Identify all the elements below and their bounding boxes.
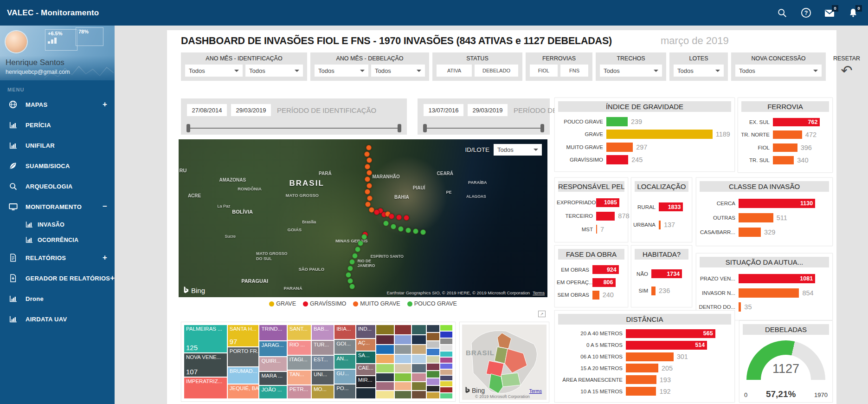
messages-icon[interactable]: 0 [824,7,835,19]
invasion-marker[interactable] [366,183,372,189]
treemap-cell-jarag[interactable]: JARAG... [259,341,286,356]
slider-handle-left[interactable] [423,124,427,132]
treemap-cell-nova-vene[interactable]: NOVA VENE...107 [184,353,227,377]
treemap-cell-itagi[interactable]: ITAGI... [288,356,311,370]
date-from-input[interactable]: 13/07/2016 [424,104,463,116]
treemap-cell[interactable] [440,381,452,386]
data-bar[interactable] [739,302,741,312]
invasion-marker[interactable] [365,164,370,169]
sidebar-item-arqueologia[interactable]: ARQUEOLOGIA [0,176,115,196]
data-bar[interactable]: 565 [626,329,715,338]
treemap-cell-a[interactable]: AÇ... [356,339,376,351]
focus-mode-icon[interactable]: ↗ [538,311,546,317]
data-bar[interactable]: 1081 [739,274,815,283]
data-bar[interactable] [606,117,628,126]
data-bar[interactable]: 1085 [596,198,619,207]
invasion-marker[interactable] [355,247,360,252]
treemap-cell-mara[interactable]: MARA ... [259,372,286,385]
slider-handle-right[interactable] [398,124,401,132]
data-bar[interactable] [596,212,615,221]
treemap-cell[interactable] [412,373,426,381]
avatar[interactable] [6,31,27,52]
filter-dropdown-nova-concess-o-0[interactable]: Todos [735,65,822,77]
data-bar[interactable] [596,225,597,234]
treemap-cell[interactable] [440,352,452,357]
plus-expand-icon[interactable]: + [103,100,107,109]
sidebar-subitem-ocorr-ncia[interactable]: OCORRÊNCIA [0,232,115,248]
treemap-cell-sa[interactable]: SA... [356,352,376,363]
notifications-icon[interactable]: 0 [848,7,859,19]
invasion-marker[interactable] [420,229,426,235]
treemap-cell[interactable] [440,345,452,351]
treemap-cell-imperatriz[interactable]: IMPERATRIZ... [184,378,227,398]
invasion-marker[interactable] [389,214,394,219]
treemap-cell[interactable] [395,345,411,354]
treemap-cell-uni[interactable]: UNI... [312,371,334,384]
treemap-cell-porto-fr[interactable]: PORTO FR... [228,347,259,366]
data-bar[interactable]: 806 [592,278,616,287]
treemap-cell[interactable] [412,355,426,364]
treemap-cell[interactable] [412,382,426,390]
search-icon[interactable] [777,7,788,19]
invasion-marker[interactable] [383,221,389,226]
data-bar[interactable] [606,130,713,139]
treemap-cell-ibia[interactable]: IBIA... [334,325,355,339]
treemap-cell[interactable] [440,370,452,375]
treemap-cell-jequi-ba[interactable]: JEQUIÉ, BA [228,384,259,398]
treemap-cell[interactable] [395,382,411,390]
invasion-marker[interactable] [405,228,411,233]
treemap-cell[interactable] [376,373,394,381]
invasion-marker[interactable] [366,157,372,163]
treemap-cell-jo-o[interactable]: JOÃO ... [259,386,286,398]
invasion-marker[interactable] [352,253,358,259]
treemap-cell-bab[interactable]: BAB... [312,325,334,340]
treemap-cell[interactable] [376,391,394,398]
treemap-cell-brumad[interactable]: BRUMAD... [228,367,259,384]
treemap-cell[interactable] [376,355,394,364]
invasion-marker[interactable] [396,215,402,220]
treemap-cell[interactable] [440,325,452,331]
invasion-marker[interactable] [347,278,353,284]
treemap-cell-rio[interactable]: RIO ... [288,341,311,355]
slider-handle-left[interactable] [186,124,190,132]
slider-track[interactable] [424,128,543,129]
treemap-cell-gu[interactable]: GU... [334,370,355,384]
treemap-cell[interactable] [440,364,452,369]
treemap-cell[interactable] [427,349,439,355]
treemap-cell[interactable] [376,382,394,390]
data-bar[interactable] [773,143,797,152]
date-to-input[interactable]: 29/03/2019 [231,104,271,116]
data-bar[interactable]: 1130 [739,199,815,208]
treemap-cell-tan[interactable]: TAN... [288,371,311,384]
treemap-cell-an[interactable]: AN... [334,355,355,369]
data-bar[interactable] [626,387,656,396]
filter-dropdown-lotes-0[interactable]: Todos [674,65,724,77]
treemap-cell[interactable] [440,393,452,398]
reset-icon[interactable]: ↶ [841,65,852,76]
treemap-cell[interactable] [356,388,376,398]
sidebar-item-mapas[interactable]: MAPAS+ [0,94,115,115]
sidebar-item-per-cia[interactable]: PERÍCIA [0,115,115,135]
treemap-cell-tur[interactable]: TUR... [312,341,334,355]
treemap-cell[interactable] [395,391,411,398]
data-bar[interactable] [739,213,773,222]
treemap-cell[interactable] [376,345,394,354]
data-bar[interactable] [739,288,799,298]
plus-expand-icon[interactable]: + [103,253,107,262]
treemap-cell[interactable] [440,387,452,392]
minimap[interactable]: BRASIL Bing © 2019 Microsoft Corporation… [462,325,547,400]
invasion-marker[interactable] [365,202,371,207]
invasion-marker[interactable] [347,266,353,271]
treemap-cell[interactable] [427,386,439,392]
data-bar[interactable]: 762 [773,118,820,126]
treemap-cell[interactable] [427,325,439,332]
treemap-cell[interactable] [427,333,439,340]
minus-collapse-icon[interactable]: − [103,202,107,211]
treemap-cell[interactable] [440,332,452,337]
treemap-cell[interactable] [427,378,439,385]
sidebar-item-monitoramento[interactable]: MONITORAMENTO− [0,196,115,217]
treemap-cell[interactable] [376,364,394,372]
treemap-cell[interactable] [376,335,394,344]
invasion-marker[interactable] [366,145,372,150]
map-terms-link[interactable]: Terms [533,290,545,295]
